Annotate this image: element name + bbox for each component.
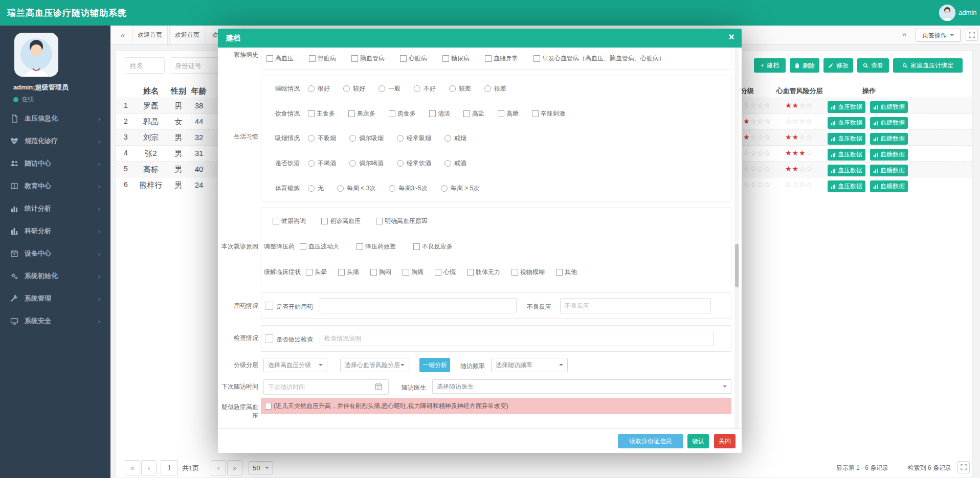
checkbox-icon[interactable]: [266, 55, 273, 62]
glucose-data-button[interactable]: 血糖数据: [870, 133, 908, 145]
close-button[interactable]: 关闭: [714, 434, 736, 448]
close-icon[interactable]: ×: [728, 31, 734, 43]
checkbox-icon[interactable]: [338, 269, 345, 276]
checkbox-option[interactable]: 肉食多: [389, 109, 416, 118]
radio-icon[interactable]: [337, 185, 344, 192]
view-button[interactable]: 查看: [857, 58, 889, 73]
checkbox-option[interactable]: 初诊高血压: [321, 217, 361, 225]
radio-icon[interactable]: [441, 185, 448, 192]
cv-risk-select[interactable]: 选择心血管风险分层: [340, 358, 409, 372]
profile-avatar[interactable]: [14, 33, 58, 77]
checkbox-icon[interactable]: [400, 55, 407, 62]
checkbox-icon[interactable]: [511, 269, 518, 276]
bp-data-button[interactable]: 血压数据: [828, 149, 865, 161]
checkbox-option[interactable]: 果蔬多: [348, 109, 375, 118]
radio-icon[interactable]: [308, 85, 315, 92]
checkbox-option[interactable]: 肾脏病: [309, 54, 336, 63]
checkbox-option[interactable]: 胸闷: [370, 268, 391, 277]
scrollbar-thumb[interactable]: [735, 244, 739, 287]
radio-option[interactable]: 不喝酒: [308, 159, 336, 168]
name-search-input[interactable]: [125, 57, 165, 74]
create-archive-button[interactable]: + 建档: [754, 58, 786, 73]
checkbox-option[interactable]: 降压药效差: [357, 242, 396, 251]
page-ops-button[interactable]: 页签操作: [916, 29, 961, 42]
checkbox-icon[interactable]: [321, 218, 328, 224]
emergency-checkbox[interactable]: [265, 403, 272, 409]
adverse-reaction-input[interactable]: [560, 298, 711, 313]
checkbox-icon[interactable]: [485, 55, 492, 62]
glucose-data-button[interactable]: 血糖数据: [870, 149, 908, 161]
radio-option[interactable]: 较好: [343, 84, 365, 93]
exam-input[interactable]: [320, 331, 714, 346]
glucose-data-button[interactable]: 血糖数据: [870, 117, 908, 129]
checkbox-icon[interactable]: [463, 110, 470, 117]
user-avatar[interactable]: [939, 5, 955, 21]
prev-page-icon[interactable]: ‹: [141, 460, 157, 475]
radio-option[interactable]: 很差: [484, 84, 506, 93]
sidebar-item-bp-info[interactable]: 血压信息化›: [0, 107, 110, 130]
radio-option[interactable]: 每周 < 3次: [337, 184, 375, 193]
expand-icon[interactable]: [957, 461, 970, 473]
first-page-icon[interactable]: «: [125, 460, 140, 475]
radio-icon[interactable]: [449, 85, 456, 92]
radio-option[interactable]: 偶尔喝酒: [349, 159, 384, 168]
bp-data-button[interactable]: 血压数据: [828, 180, 865, 192]
checkbox-option[interactable]: 心脏病: [400, 54, 427, 63]
checkbox-option[interactable]: 高血压: [266, 54, 294, 63]
bp-data-button[interactable]: 血压数据: [828, 117, 865, 129]
radio-option[interactable]: 较差: [449, 84, 471, 93]
menu-icon[interactable]: ≡: [119, 6, 125, 17]
checkbox-icon[interactable]: [351, 55, 358, 62]
checkbox-icon[interactable]: [403, 269, 409, 276]
checkbox-icon[interactable]: [309, 55, 316, 62]
radio-icon[interactable]: [308, 160, 315, 167]
followup-frequency-select[interactable]: 选择随访频率: [491, 358, 568, 372]
checkbox-icon[interactable]: [357, 243, 363, 250]
checkbox-option[interactable]: 胸痛: [403, 268, 424, 277]
sidebar-item-statistics[interactable]: 统计分析›: [0, 197, 110, 220]
radio-icon[interactable]: [414, 85, 420, 92]
checkbox-icon[interactable]: [413, 243, 420, 250]
checkbox-option[interactable]: 心慌: [435, 268, 456, 277]
radio-option[interactable]: 经常饮酒: [397, 159, 431, 168]
page-size-select[interactable]: 50: [249, 461, 273, 474]
last-page-icon[interactable]: »: [227, 460, 242, 475]
sidebar-item-system-security[interactable]: 系统安全›: [0, 310, 110, 332]
checkbox-option[interactable]: 糖尿病: [442, 54, 470, 63]
bp-data-button[interactable]: 血压数据: [828, 165, 865, 176]
radio-option[interactable]: 戒烟: [444, 134, 466, 143]
expand-icon[interactable]: [966, 29, 978, 41]
checkbox-option[interactable]: 早发心血管病（高血压、脑血管病、心脏病）: [533, 54, 665, 63]
checkbox-option[interactable]: 明确高血压原因: [376, 217, 428, 225]
checkbox-icon[interactable]: [300, 243, 306, 250]
checkbox-option[interactable]: 肢体无力: [467, 268, 500, 277]
radio-icon[interactable]: [389, 185, 395, 192]
radio-option[interactable]: 每周 > 5次: [441, 184, 479, 193]
chevrons-right-icon[interactable]: »: [902, 30, 906, 38]
checkbox-icon[interactable]: [306, 269, 313, 276]
radio-icon[interactable]: [444, 160, 451, 167]
radio-icon[interactable]: [444, 135, 451, 142]
checkbox-icon[interactable]: [429, 110, 436, 117]
followup-doctor-select[interactable]: 选择随访医生: [432, 379, 731, 394]
checkbox-icon[interactable]: [498, 110, 504, 117]
radio-option[interactable]: 不好: [414, 84, 436, 93]
checkbox-icon[interactable]: [376, 218, 383, 224]
checkbox-icon[interactable]: [273, 218, 279, 224]
current-page[interactable]: 1: [161, 460, 178, 475]
radio-icon[interactable]: [308, 135, 315, 142]
checkbox-option[interactable]: 脑血管病: [351, 54, 385, 63]
sidebar-item-device-center[interactable]: 设备中心›: [0, 242, 110, 265]
radio-option[interactable]: 偶尔吸烟: [349, 134, 384, 143]
checkbox-option[interactable]: 健康咨询: [273, 217, 306, 225]
checkbox-icon[interactable]: [370, 269, 377, 276]
checkbox-option[interactable]: 辛辣刺激: [532, 109, 565, 118]
checkbox-option[interactable]: 高盐: [463, 109, 484, 118]
exam-checkbox[interactable]: [265, 334, 273, 343]
delete-button[interactable]: 删除: [790, 58, 819, 73]
medication-input[interactable]: [320, 298, 517, 313]
read-id-button[interactable]: 读取身份证信息: [618, 434, 683, 448]
tab-welcome-1[interactable]: 欢迎首页: [132, 26, 168, 44]
checkbox-icon[interactable]: [467, 269, 474, 276]
id-search-input[interactable]: [170, 57, 221, 74]
